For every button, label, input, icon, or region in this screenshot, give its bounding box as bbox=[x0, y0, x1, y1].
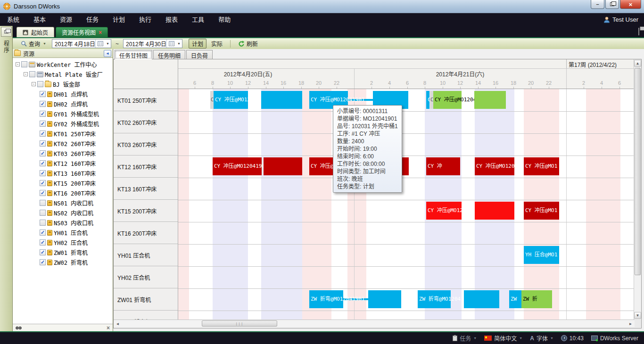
tree-item[interactable]: ✓GY01 外桶成型机 bbox=[13, 109, 113, 119]
close-button[interactable]: × bbox=[620, 0, 641, 9]
view-tab[interactable]: 任务明细 bbox=[153, 50, 185, 59]
search-button[interactable]: 查询 ▼ bbox=[17, 39, 50, 49]
task-bar[interactable]: CY 冲压@MO12041901 bbox=[214, 91, 248, 109]
checkbox[interactable]: ✓ bbox=[40, 249, 46, 255]
checkbox[interactable]: ✓ bbox=[40, 150, 46, 156]
task-bar[interactable]: CY 冲压@MO1 bbox=[524, 157, 559, 175]
checkbox[interactable]: ✓ bbox=[40, 259, 46, 265]
tree-item[interactable]: ✓KT16 200T冲床 bbox=[13, 188, 113, 198]
date-dropdown-icon[interactable]: ▼ bbox=[176, 42, 182, 45]
date-dropdown-icon[interactable]: ▼ bbox=[105, 42, 111, 45]
tree-item[interactable]: ✓KT03 260T冲床 bbox=[13, 148, 113, 158]
task-bar[interactable] bbox=[261, 91, 302, 109]
search-dropdown-icon[interactable]: ▼ bbox=[43, 42, 46, 45]
tree-item[interactable]: ✓GY02 外桶成型机 bbox=[13, 119, 113, 129]
task-bar[interactable]: ZW 折 bbox=[521, 290, 552, 308]
tree-item[interactable]: ✓DH02 点焊机 bbox=[13, 99, 113, 109]
calendar-icon[interactable] bbox=[95, 40, 105, 48]
horizontal-scrollbar[interactable]: ◄ | | | ► bbox=[114, 319, 635, 327]
tree-item[interactable]: ✓YH02 压合机 bbox=[13, 238, 113, 247]
menu-item[interactable]: 工具 bbox=[185, 13, 211, 26]
scroll-up-icon[interactable]: ▲ bbox=[634, 60, 641, 67]
checkbox[interactable] bbox=[21, 61, 27, 67]
task-bar[interactable]: ZW bbox=[509, 290, 521, 308]
tree-item[interactable]: NS03 内收口机 bbox=[13, 218, 113, 228]
task-bar[interactable]: YH 压合@MO1 bbox=[524, 246, 559, 264]
checkbox[interactable] bbox=[40, 200, 46, 206]
menu-item[interactable]: 计划 bbox=[106, 13, 132, 26]
checkbox[interactable]: ✓ bbox=[40, 190, 46, 196]
task-bar[interactable]: CY 冲压@MO12041904 bbox=[475, 157, 514, 175]
tab-home[interactable]: 起始页 bbox=[17, 27, 54, 37]
tree-item[interactable]: ✓KT13 160T冲床 bbox=[13, 168, 113, 178]
menu-item[interactable]: 基本 bbox=[26, 13, 53, 26]
task-bar[interactable] bbox=[475, 202, 514, 220]
tree-item[interactable]: ✓KT01 250T冲床 bbox=[13, 129, 113, 139]
expander-icon[interactable]: - bbox=[32, 82, 36, 86]
task-bar[interactable] bbox=[464, 290, 499, 308]
task-bar[interactable]: CY 冲压@MO12041902 bbox=[433, 91, 462, 109]
tab-close-icon[interactable]: × bbox=[99, 30, 102, 35]
expander-icon[interactable]: - bbox=[24, 72, 28, 76]
task-bar[interactable] bbox=[264, 157, 302, 175]
tree-item[interactable]: ✓KT02 260T冲床 bbox=[13, 139, 113, 148]
task-bar[interactable]: ZW 折弯@MO12041901 bbox=[418, 290, 451, 308]
tree-item[interactable]: ✓ZW01 折弯机 bbox=[13, 247, 113, 257]
menu-item[interactable]: 执行 bbox=[132, 13, 158, 26]
date-from-picker[interactable]: 2012年 4月18日 ▼ bbox=[52, 39, 111, 48]
tree-item[interactable]: ✓KT15 200T冲床 bbox=[13, 178, 113, 188]
collapse-panel-button[interactable]: ◄ bbox=[104, 50, 111, 57]
tree-item[interactable]: NS01 内收口机 bbox=[13, 198, 113, 208]
statusbar-item[interactable]: A字体▼ bbox=[530, 334, 553, 342]
vertical-scrollbar[interactable]: ▲ ▼ bbox=[634, 59, 641, 319]
menu-item[interactable]: 报表 bbox=[158, 13, 185, 26]
checkbox[interactable] bbox=[29, 71, 35, 77]
close-search-icon[interactable]: × bbox=[107, 325, 110, 331]
task-bar[interactable]: CY 冲压@MO12041904 bbox=[213, 157, 262, 175]
scroll-right-icon[interactable]: ► bbox=[627, 320, 634, 327]
refresh-button[interactable]: 刷新 bbox=[235, 39, 261, 49]
task-bar[interactable]: ZW 折弯@MO12041901 bbox=[309, 290, 343, 308]
expander-icon[interactable]: - bbox=[16, 62, 20, 66]
actual-toggle-button[interactable]: 实际 bbox=[208, 39, 226, 49]
scroll-left-icon[interactable]: ◄ bbox=[114, 320, 121, 327]
checkbox[interactable]: ✓ bbox=[40, 180, 46, 186]
tree-item[interactable]: ✓DH01 点焊机 bbox=[13, 89, 113, 99]
find-resource-icon[interactable] bbox=[16, 326, 22, 330]
tree-item[interactable]: -Metal Plate 钣金厂 bbox=[13, 69, 113, 79]
statusbar-item[interactable]: 简体中文▼ bbox=[484, 334, 522, 342]
task-bar[interactable]: CY 冲 bbox=[426, 157, 460, 175]
checkbox[interactable] bbox=[37, 81, 43, 87]
restore-button[interactable] bbox=[605, 0, 619, 9]
menu-item[interactable]: 资源 bbox=[53, 13, 79, 26]
scroll-down-icon[interactable]: ▼ bbox=[634, 312, 641, 319]
tree-item[interactable]: -BJ 钣金部 bbox=[13, 79, 113, 89]
checkbox[interactable]: ✓ bbox=[40, 101, 46, 107]
window-list-icon[interactable] bbox=[638, 28, 639, 35]
tab-resource-task-view[interactable]: 资源任务视图 × bbox=[56, 27, 108, 37]
tree-item[interactable]: ✓YH01 压合机 bbox=[13, 228, 113, 238]
checkbox[interactable]: ✓ bbox=[40, 140, 46, 147]
tree-item[interactable]: -WorkCenter 工作中心 bbox=[13, 59, 113, 69]
user-area[interactable]: Test User bbox=[603, 16, 638, 23]
checkbox[interactable]: ✓ bbox=[40, 170, 46, 176]
menu-item[interactable]: 任务 bbox=[79, 13, 106, 26]
checkbox[interactable] bbox=[40, 220, 46, 226]
statusbar-item[interactable]: 10:43 bbox=[561, 335, 584, 342]
programs-dock-button[interactable] bbox=[1, 27, 12, 37]
tree-item[interactable]: ✓KT12 160T冲床 bbox=[13, 158, 113, 168]
menu-item[interactable]: 帮助 bbox=[211, 13, 238, 26]
checkbox[interactable]: ✓ bbox=[40, 131, 46, 137]
statusbar-item[interactable]: DWorks Server bbox=[591, 335, 638, 342]
task-bar[interactable]: CY 冲压@MO1 bbox=[524, 202, 559, 220]
calendar-icon[interactable] bbox=[166, 40, 176, 48]
task-bar[interactable] bbox=[368, 290, 401, 308]
checkbox[interactable]: ✓ bbox=[40, 160, 46, 166]
menu-item[interactable]: 系统 bbox=[0, 13, 26, 26]
checkbox[interactable]: ✓ bbox=[40, 121, 46, 127]
tree-item[interactable]: NS02 内收口机 bbox=[13, 208, 113, 218]
view-tab[interactable]: 日负荷 bbox=[186, 50, 213, 59]
horizontal-scroll-thumb[interactable]: | | | bbox=[202, 320, 277, 327]
task-bar[interactable]: CY 冲压@MO12041903 bbox=[426, 202, 462, 220]
minimize-button[interactable]: – bbox=[591, 0, 604, 9]
